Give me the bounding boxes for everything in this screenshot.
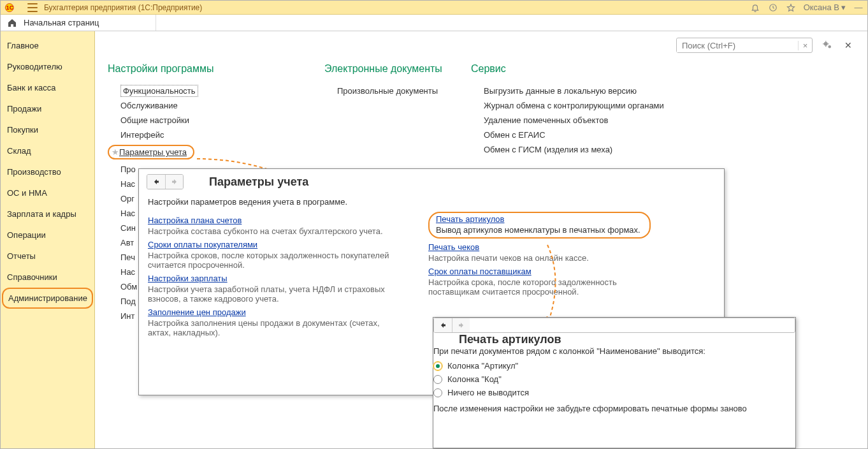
search-clear-button[interactable]: × bbox=[798, 41, 812, 50]
radio-none[interactable]: Ничего не выводится bbox=[433, 388, 795, 397]
desc-payment-terms-customers: Настройка сроков, после которых задолжен… bbox=[148, 251, 390, 270]
desc-print-articles: Вывод артикулов номенклатуры в печатных … bbox=[436, 225, 640, 235]
nav-back-button[interactable] bbox=[147, 175, 165, 189]
close-panel-icon[interactable]: ✕ bbox=[842, 39, 855, 52]
svg-text:1C: 1C bbox=[6, 4, 14, 11]
section-3-title: Сервис bbox=[471, 63, 688, 75]
popup2-title: Печать артикулов bbox=[459, 333, 795, 346]
radio-code[interactable]: Колонка "Код" bbox=[433, 374, 795, 384]
sidebar-item-purchases[interactable]: Покупки bbox=[1, 119, 94, 140]
search-input[interactable] bbox=[677, 39, 798, 52]
svg-point-4 bbox=[828, 45, 832, 48]
user-menu[interactable]: Оксана В▾ bbox=[804, 3, 846, 12]
chevron-down-icon: ▾ bbox=[841, 3, 846, 12]
breadcrumb-row: Начальная страниц bbox=[1, 15, 867, 31]
popup1-title: Параметры учета bbox=[209, 175, 308, 189]
search-input-wrap: × bbox=[676, 38, 813, 53]
popup-print-articles: Печать артикулов При печати документов р… bbox=[433, 317, 796, 448]
radio-icon bbox=[433, 362, 442, 371]
link-price-fill[interactable]: Заполнение цен продажи bbox=[148, 307, 246, 317]
titlebar: 1C Бухгалтерия предприятия (1С:Предприят… bbox=[1, 1, 867, 15]
link-exchange-journal[interactable]: Журнал обмена с контролирующими органами bbox=[471, 98, 688, 113]
app-title: Бухгалтерия предприятия (1С:Предприятие) bbox=[44, 3, 202, 12]
content: × ✕ Настройки программы Функциональность… bbox=[95, 31, 867, 448]
link-common-settings[interactable]: Общие настройки bbox=[108, 113, 305, 128]
desc-price-fill: Настройка заполнения цены продажи в доку… bbox=[148, 318, 390, 337]
desc-print-receipts: Настройка печати чеков на онлайн кассе. bbox=[428, 253, 670, 263]
section-1-title: Настройки программы bbox=[108, 63, 305, 75]
link-accounting-params[interactable]: Параметры учета bbox=[119, 147, 187, 157]
minimize-icon[interactable]: — bbox=[853, 3, 864, 13]
desc-payment-terms-suppliers: Настройка срока, после которого задолжен… bbox=[428, 277, 670, 297]
link-print-receipts[interactable]: Печать чеков bbox=[428, 242, 479, 252]
sidebar-item-manager[interactable]: Руководителю bbox=[1, 56, 94, 77]
home-icon[interactable] bbox=[6, 17, 18, 29]
breadcrumb-tab-blank[interactable] bbox=[105, 15, 156, 31]
sidebar-item-sales[interactable]: Продажи bbox=[1, 98, 94, 119]
sidebar-item-warehouse[interactable]: Склад bbox=[1, 140, 94, 161]
link-payment-terms-suppliers[interactable]: Срок оплаты поставщикам bbox=[428, 267, 532, 276]
favorite-star-icon[interactable]: ★ bbox=[112, 147, 119, 157]
link-gism[interactable]: Обмен с ГИСМ (изделия из меха) bbox=[471, 142, 688, 157]
sidebar-item-production[interactable]: Производство bbox=[1, 161, 94, 182]
bell-icon[interactable] bbox=[750, 3, 760, 13]
sidebar-item-reports[interactable]: Отчеты bbox=[1, 246, 94, 267]
link-export-local[interactable]: Выгрузить данные в локальную версию bbox=[471, 84, 688, 98]
sidebar: Главное Руководителю Банк и касса Продаж… bbox=[1, 31, 95, 448]
sidebar-item-fixed-assets[interactable]: ОС и НМА bbox=[1, 182, 94, 203]
popup2-intro: При печати документов рядом с колонкой "… bbox=[433, 346, 795, 356]
radio-article-label: Колонка "Артикул" bbox=[447, 361, 518, 371]
nav-forward-button-2 bbox=[452, 318, 470, 332]
radio-icon bbox=[433, 388, 442, 397]
svg-point-3 bbox=[824, 42, 828, 46]
section-2-title: Электронные документы bbox=[324, 63, 452, 75]
popup2-nav bbox=[433, 318, 795, 333]
link-egais[interactable]: Обмен с ЕГАИС bbox=[471, 128, 688, 142]
desc-chart-accounts: Настройка состава субконто на счетах бух… bbox=[148, 226, 390, 236]
history-icon[interactable] bbox=[768, 3, 778, 13]
link-arbitrary-documents[interactable]: Произвольные документы bbox=[324, 84, 452, 98]
link-delete-marked[interactable]: Удаление помеченных объектов bbox=[471, 113, 688, 128]
link-salary-settings[interactable]: Настройки зарплаты bbox=[148, 274, 228, 283]
breadcrumb-start[interactable]: Начальная страниц bbox=[18, 15, 105, 30]
highlight-params: ★ Параметры учета bbox=[108, 145, 194, 159]
sidebar-item-main[interactable]: Главное bbox=[1, 35, 94, 56]
desc-salary-settings: Настройки учета заработной платы, учета … bbox=[148, 284, 390, 304]
popup1-nav bbox=[147, 174, 184, 189]
link-maintenance[interactable]: Обслуживание bbox=[108, 98, 305, 113]
radio-article[interactable]: Колонка "Артикул" bbox=[433, 361, 795, 371]
link-functionality[interactable]: Функциональность bbox=[108, 84, 305, 98]
radio-icon bbox=[433, 375, 442, 384]
star-icon[interactable] bbox=[786, 3, 796, 13]
sidebar-item-operations[interactable]: Операции bbox=[1, 224, 94, 246]
sidebar-item-administration[interactable]: Администрирование bbox=[2, 288, 93, 309]
settings-gear-icon[interactable] bbox=[818, 38, 837, 53]
sidebar-item-payroll[interactable]: Зарплата и кадры bbox=[1, 203, 94, 224]
menu-icon[interactable] bbox=[27, 3, 38, 12]
link-interface[interactable]: Интерфейс bbox=[108, 128, 305, 142]
highlight-print-articles: Печать артикулов Вывод артикулов номенкл… bbox=[428, 212, 651, 239]
link-payment-terms-customers[interactable]: Сроки оплаты покупателями bbox=[148, 240, 257, 249]
popup2-note: После изменения настройки не забудьте сф… bbox=[433, 404, 795, 413]
logo-1c: 1C bbox=[4, 3, 21, 13]
nav-back-button-2[interactable] bbox=[434, 318, 452, 332]
popup1-desc: Настройки параметров ведения учета в про… bbox=[148, 197, 715, 207]
radio-code-label: Колонка "Код" bbox=[447, 374, 502, 384]
user-name: Оксана В bbox=[804, 3, 839, 12]
link-print-articles[interactable]: Печать артикулов bbox=[436, 214, 505, 224]
sidebar-item-directories[interactable]: Справочники bbox=[1, 267, 94, 288]
link-chart-accounts[interactable]: Настройка плана счетов bbox=[148, 216, 242, 225]
sidebar-item-bank[interactable]: Банк и касса bbox=[1, 77, 94, 98]
nav-forward-button bbox=[165, 175, 183, 189]
radio-none-label: Ничего не выводится bbox=[447, 388, 529, 397]
